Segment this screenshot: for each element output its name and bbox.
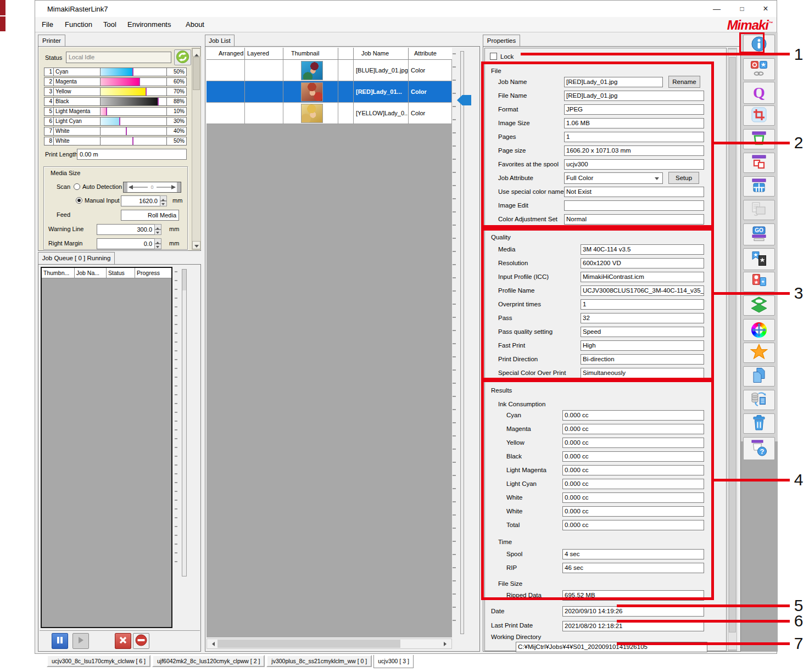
pause-button[interactable]	[52, 633, 68, 649]
col-arranged[interactable]: Arranged	[207, 48, 245, 59]
stop-button[interactable]	[133, 633, 149, 649]
queue-slider[interactable]	[182, 269, 187, 576]
col-layered[interactable]: Layered	[245, 48, 283, 59]
quality-section-title: Quality	[491, 234, 511, 240]
col-thumbnail[interactable]: Thumbnail	[283, 48, 338, 59]
close-button[interactable]: ×	[757, 2, 774, 15]
scroll-up-icon[interactable]	[192, 48, 200, 57]
tab-job-list[interactable]: Job List	[205, 35, 235, 47]
toolbar-composite-button[interactable]	[743, 295, 775, 316]
printer-scrollbar[interactable]	[192, 48, 201, 250]
job-attribute-label: Job Attribute	[498, 175, 533, 181]
spool-label: Spool	[506, 551, 522, 557]
arrange-icon	[751, 155, 767, 171]
input-profile-value: MimakiHiContrast.icm	[581, 272, 704, 282]
auto-detection-radio[interactable]	[74, 183, 80, 190]
toolbar-duplicate-spool-button[interactable]	[743, 200, 775, 220]
selected-row-pointer[interactable]	[457, 95, 471, 105]
menu-environments[interactable]: Environments	[125, 17, 173, 32]
right-margin-input[interactable]: 0.0	[97, 238, 155, 249]
result-white2-value: 0.000 cc	[562, 506, 704, 517]
queue-col-jobname[interactable]: Job Na...	[75, 268, 107, 278]
printer-tab-ujf6042mk2[interactable]: ujf6042mk2_8c_lus120cmyk_clpww [ 2 ]	[152, 655, 265, 667]
scan-label: Scan	[57, 183, 70, 190]
setup-button[interactable]: Setup	[668, 172, 699, 184]
toolbar-favorite-link-button[interactable]	[743, 58, 775, 80]
toolbar-favorite-apply-button[interactable]	[743, 248, 775, 270]
job-name-input[interactable]: [RED]Lady_01.jpg	[564, 77, 663, 87]
toolbar-crop-button[interactable]	[743, 105, 775, 126]
cancel-button[interactable]	[115, 633, 131, 649]
scroll-left-icon[interactable]	[207, 639, 216, 648]
thumbnail-red-lady	[301, 82, 323, 102]
ink-level-bar	[100, 97, 167, 106]
toolbar-print-button[interactable]	[743, 129, 775, 149]
zoom-slider-track[interactable]	[460, 51, 464, 634]
ink-level-bar	[100, 117, 167, 126]
manual-input-radio[interactable]	[76, 197, 82, 204]
menu-tool[interactable]: Tool	[101, 17, 119, 32]
file-section-title: File	[491, 68, 501, 74]
refresh-icon	[176, 50, 189, 65]
job-row-red[interactable]: [RED]Lady_01... Color	[207, 81, 452, 103]
job-row-yellow[interactable]: [YELLOW]Lady_0... Color	[207, 103, 452, 124]
media-width-input[interactable]: 1620.0	[121, 195, 160, 206]
printer-tab-jv300plus[interactable]: jv300plus_8c_ss21cmyklclm_ww [ 0 ]	[266, 655, 372, 667]
properties-scrollbar[interactable]	[728, 48, 737, 651]
lock-checkbox[interactable]	[490, 53, 497, 60]
toolbar-quality-button[interactable]: Q	[743, 82, 775, 104]
rename-button[interactable]: Rename	[668, 76, 700, 88]
job-queue-panel: Thumbn... Job Na... Status Progress	[38, 264, 201, 652]
attribute-cell: Color	[409, 60, 452, 81]
toolbar-backup-button[interactable]	[743, 390, 775, 410]
toolbar-special-color-button[interactable]	[743, 272, 775, 292]
toolbar-delete-button[interactable]	[743, 413, 775, 434]
job-row-blue[interactable]: [BLUE]Lady_01.jpg Color	[207, 60, 452, 81]
result-black-value: 0.000 cc	[562, 451, 704, 462]
stop-icon	[135, 634, 147, 648]
scroll-down-icon[interactable]	[192, 241, 200, 249]
printer-panel: Status Local Idle 1Cyan50% 2Magenta60% 3…	[38, 46, 201, 251]
job-name-cell: [RED]Lady_01...	[354, 81, 409, 102]
auto-detection-label: Auto Detection	[82, 183, 122, 190]
menu-file[interactable]: File	[40, 17, 55, 32]
toolbar-duplicate-button[interactable]	[743, 366, 775, 387]
annotation-number-5: 5	[791, 596, 806, 615]
toolbar-tiling-button[interactable]	[743, 176, 775, 197]
tab-printer[interactable]: Printer	[38, 35, 65, 47]
special-over-value: Simultaneously	[581, 368, 704, 378]
toolbar-rip-go-button[interactable]: GO	[743, 223, 775, 245]
minimize-button[interactable]: —	[708, 2, 725, 15]
scroll-up-icon[interactable]	[728, 48, 737, 49]
warning-line-input[interactable]: 300.0	[97, 224, 155, 235]
toolbar-color-adjustment-button[interactable]	[743, 319, 775, 341]
toolbar-print-guide-button[interactable]: ?	[743, 437, 775, 460]
job-name-label: Job Name	[498, 79, 527, 85]
toolbar-favorite-button[interactable]	[743, 343, 775, 363]
queue-col-status[interactable]: Status	[107, 268, 135, 278]
media-width-stepper[interactable]	[160, 195, 167, 206]
resume-button[interactable]	[72, 633, 89, 649]
col-job-name[interactable]: Job Name	[354, 48, 409, 59]
queue-col-thumbnail[interactable]: Thumbn...	[42, 268, 75, 278]
toolbar-job-info-button[interactable]	[743, 35, 775, 55]
menu-function[interactable]: Function	[63, 17, 94, 32]
toolbar-arrange-button[interactable]	[743, 153, 775, 173]
col-attribute[interactable]: Attribute	[409, 48, 452, 59]
printer-tab-ucjv300[interactable]: ucjv300 [ 3 ]	[373, 655, 414, 668]
right-margin-stepper[interactable]	[154, 238, 161, 249]
menu-about[interactable]: About	[183, 17, 207, 32]
maximize-button[interactable]: □	[734, 2, 750, 15]
job-attribute-select[interactable]: Full Color	[564, 172, 663, 184]
job-list-hscrollbar[interactable]	[207, 639, 452, 649]
scroll-right-icon[interactable]	[442, 639, 451, 648]
tab-properties[interactable]: Properties	[483, 35, 520, 47]
tab-job-queue[interactable]: Job Queue [ 0 ] Running	[38, 252, 115, 264]
ink-level-bar	[100, 77, 167, 86]
refresh-button[interactable]	[174, 49, 191, 65]
scroll-down-icon[interactable]	[728, 649, 737, 651]
warning-line-stepper[interactable]	[154, 224, 161, 235]
title-bar: MimakiRasterLink7 — □ ×	[35, 1, 777, 17]
queue-col-progress[interactable]: Progress	[135, 268, 171, 278]
printer-tab-ucjv300-8c[interactable]: ucjv300_8c_lsu170cmyk_clclww [ 6 ]	[47, 655, 150, 667]
